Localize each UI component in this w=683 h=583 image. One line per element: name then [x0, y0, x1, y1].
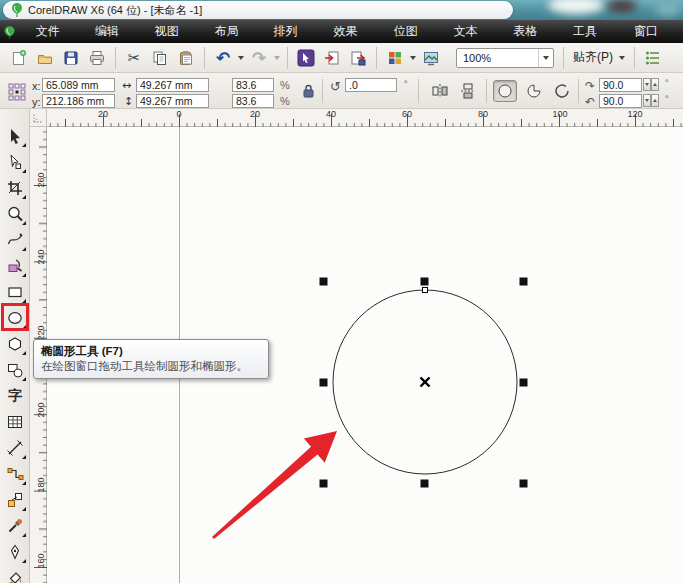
crop-tool[interactable] — [2, 175, 28, 201]
coreldraw-logo-icon — [11, 3, 23, 17]
titlebar[interactable]: CorelDRAW X6 (64 位) - [未命名 -1] — [0, 0, 683, 20]
redo-dropdown[interactable] — [272, 47, 282, 69]
pie-mode-button[interactable] — [522, 80, 546, 102]
menu-view[interactable]: 视图(V) — [141, 20, 201, 43]
cut-button[interactable]: ✂ — [122, 46, 146, 70]
object-center-marker[interactable] — [421, 378, 430, 387]
mirror-horizontal-button[interactable] — [428, 80, 452, 102]
zoom-level-dropdown[interactable] — [538, 49, 553, 67]
outline-pen-tool[interactable] — [2, 539, 28, 565]
x-label: x: — [32, 80, 41, 92]
selection-handle[interactable] — [320, 480, 328, 488]
search-content-button[interactable] — [294, 46, 318, 70]
fill-tool[interactable] — [2, 565, 28, 583]
selection-handle[interactable] — [421, 480, 429, 488]
arc-mode-button[interactable] — [550, 80, 574, 102]
parallel-dimension-tool[interactable] — [2, 435, 28, 461]
lock-ratio-icon[interactable] — [302, 84, 315, 98]
toolbar-separator — [204, 47, 205, 69]
start-angle-field[interactable] — [599, 78, 642, 92]
coreldraw-balloon-icon — [3, 24, 16, 40]
rectangle-tool[interactable] — [2, 279, 28, 305]
undo-button[interactable]: ↶ — [211, 46, 235, 70]
ruler-label: 20 — [250, 109, 260, 119]
end-angle-spinner[interactable] — [643, 94, 659, 107]
zoom-tool[interactable] — [2, 201, 28, 227]
open-button[interactable] — [33, 46, 57, 70]
object-x-field[interactable] — [42, 78, 115, 92]
rotation-angle-field[interactable] — [345, 78, 397, 92]
end-angle-field[interactable] — [599, 94, 642, 108]
menu-arrange[interactable]: 排列(A) — [260, 20, 320, 43]
object-y-field[interactable] — [42, 94, 115, 108]
import-button[interactable] — [320, 46, 344, 70]
flyout-indicator — [22, 455, 26, 459]
menu-edit[interactable]: 编辑(E) — [81, 20, 141, 43]
ruler-origin[interactable] — [30, 109, 47, 127]
table-tool[interactable] — [2, 409, 28, 435]
zoom-level-combo[interactable]: 100% — [456, 48, 554, 68]
ellipse-mode-button[interactable] — [493, 80, 517, 102]
options-button[interactable] — [641, 46, 665, 70]
color-eyedropper-tool[interactable] — [2, 513, 28, 539]
menu-window[interactable]: 窗口(W) — [620, 20, 683, 43]
aero-blur-decoration — [655, 2, 681, 16]
snap-to-button[interactable]: 贴齐(P) — [569, 47, 629, 69]
menu-table[interactable]: 表格(T) — [500, 20, 559, 43]
application-launcher-dropdown[interactable] — [408, 47, 418, 69]
scale-v-field[interactable] — [232, 94, 274, 108]
ruler-label: 0 — [176, 109, 181, 119]
ruler-label: 80 — [478, 109, 488, 119]
selection-handle[interactable] — [320, 379, 328, 387]
copy-button[interactable] — [148, 46, 172, 70]
object-width-field[interactable] — [136, 78, 209, 92]
selection-handle[interactable] — [320, 278, 328, 286]
export-button[interactable] — [346, 46, 370, 70]
pick-tool[interactable] — [2, 123, 28, 149]
save-button[interactable] — [59, 46, 83, 70]
menu-text[interactable]: 文本(X) — [440, 20, 500, 43]
redo-button[interactable]: ↷ — [247, 46, 271, 70]
ruler-label: 120 — [627, 109, 642, 119]
flyout-indicator — [22, 377, 26, 381]
polygon-tool[interactable] — [2, 331, 28, 357]
toolbar-separator — [634, 47, 635, 69]
text-tool[interactable]: 字 — [2, 383, 28, 409]
flyout-indicator — [22, 169, 26, 173]
connector-tool[interactable] — [2, 461, 28, 487]
start-angle-spinner[interactable] — [643, 78, 659, 91]
zoom-level-value: 100% — [457, 52, 538, 64]
ruler-label: 180 — [36, 475, 46, 495]
tooltip-title: 椭圆形工具 (F7) — [41, 343, 261, 359]
print-button[interactable] — [85, 46, 109, 70]
shape-tool[interactable] — [2, 149, 28, 175]
new-document-button[interactable] — [7, 46, 31, 70]
basic-shapes-tool[interactable] — [2, 357, 28, 383]
mirror-vertical-button[interactable] — [456, 80, 480, 102]
menu-effects[interactable]: 效果(C) — [320, 20, 380, 43]
paste-button[interactable] — [174, 46, 198, 70]
object-height-field[interactable] — [136, 94, 209, 108]
selection-handle[interactable] — [520, 278, 528, 286]
ruler-label: 200 — [36, 400, 46, 420]
menu-file[interactable]: 文件(F) — [22, 20, 81, 43]
smart-fill-tool[interactable] — [2, 253, 28, 279]
flyout-indicator — [22, 481, 26, 485]
undo-dropdown[interactable] — [236, 47, 246, 69]
scale-h-field[interactable] — [232, 78, 274, 92]
selection-handle[interactable] — [520, 379, 528, 387]
menu-layout[interactable]: 布局(L) — [201, 20, 260, 43]
freehand-tool[interactable] — [2, 227, 28, 253]
blend-tool[interactable] — [2, 487, 28, 513]
application-launcher-button[interactable] — [383, 46, 407, 70]
selection-handle[interactable] — [520, 480, 528, 488]
object-height-icon: ↕ — [124, 95, 133, 108]
toolbar-separator — [115, 47, 116, 69]
welcome-screen-button[interactable] — [419, 46, 443, 70]
ellipse-node[interactable] — [423, 288, 428, 293]
menu-tools[interactable]: 工具(O) — [559, 20, 620, 43]
menu-bitmaps[interactable]: 位图(B) — [380, 20, 440, 43]
selection-handle[interactable] — [421, 278, 429, 286]
toolbox: 字 — [0, 109, 30, 583]
horizontal-ruler[interactable]: 20 0 20 40 60 80 100 120 — [47, 109, 683, 127]
